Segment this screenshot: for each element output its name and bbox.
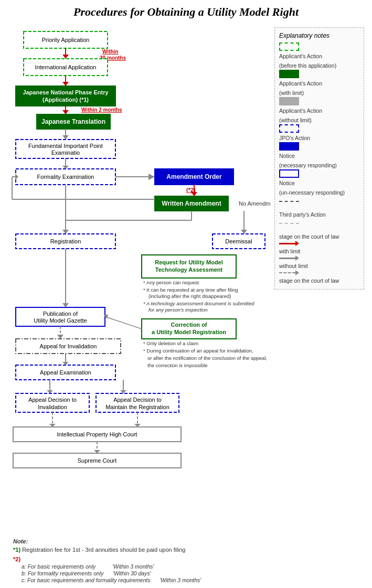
asterisk2-line-a: a: For basic requirements only 'Within 3… <box>22 563 364 570</box>
registration-label: Registration <box>50 238 81 244</box>
ip-high-court-label: Intellectual Property High Court <box>57 431 137 437</box>
legend-symbol-arrow-red <box>279 241 299 246</box>
svg-marker-35 <box>62 303 69 307</box>
legend-label-blue-outline: Notice(un-necessary responding) <box>279 180 345 196</box>
legend-label-dash-dot: Third party's Action <box>279 211 326 218</box>
svg-marker-30 <box>62 230 69 234</box>
legend-item-blue-outline: Notice(un-necessary responding) <box>279 169 359 197</box>
request-note5: for any person's inspection <box>148 307 208 313</box>
jp-phase-label: Japanese National Phase Entry <box>23 89 109 95</box>
svg-marker-5 <box>62 82 69 86</box>
bottom-notes: Note: *1) Registration fee for 1st - 3rd… <box>8 538 364 583</box>
legend-label-dashed-blue: JPO's Action <box>279 135 310 141</box>
legend-symbol-dashed-green <box>279 42 299 51</box>
correction-note1: * Only deletion of a claim <box>143 340 198 346</box>
correction-label2: a Utility Model Registration <box>152 329 226 335</box>
legend-symbol-solid-blue <box>279 142 299 151</box>
svg-marker-27 <box>241 230 247 234</box>
jp-translation-label: Japanese Translation <box>41 118 105 125</box>
asterisk2-marker: *2) <box>13 556 20 562</box>
legend-symbol-dash-light <box>279 223 299 231</box>
legend-label-arrow-gray: without limit <box>279 263 308 269</box>
legend-column: Explanatory notes Applicant's Action(bef… <box>270 26 364 530</box>
correction-label: Correction of <box>171 322 207 328</box>
legend-label-dashed-green: Applicant's Action(before this applicati… <box>279 53 336 69</box>
note-title: Note: <box>13 538 364 544</box>
flow-column: Priority Application Within 30 months In… <box>8 26 270 530</box>
appeal-decision-maintain-label2: Maintain the Registration <box>105 404 169 410</box>
legend-symbol-dashed-blue <box>279 124 299 133</box>
fundamental-label: Fundamental Important Point <box>28 143 103 149</box>
within-30-months-label: Within <box>102 49 118 55</box>
legend-item-arrow-gray: without limit <box>279 255 359 270</box>
amendment-order-label: Amendment Order <box>166 173 222 180</box>
legend-item-dashed-green: Applicant's Action(before this applicati… <box>279 42 359 70</box>
asterisk2-line-b: b: For formality requirements only 'With… <box>22 570 364 576</box>
correction-note4: the correction is impossible <box>147 362 208 368</box>
legend-label-arrow-red: with limit <box>279 248 300 254</box>
jp-phase-label2: (Application) (*1) <box>42 97 89 103</box>
svg-marker-11 <box>62 135 69 140</box>
appeal-decision-invalid-label2: Invalidation <box>38 404 67 410</box>
request-note4: * A technology assessment document is su… <box>143 301 254 306</box>
svg-marker-17 <box>148 174 155 180</box>
asterisk1-text: Registration fee for 1st - 3rd annuities… <box>22 547 185 553</box>
legend-item-dash-light: stage on the court of law <box>279 223 359 241</box>
legend-symbol-gray-fill <box>279 97 299 105</box>
flow-area: Priority Application Within 30 months In… <box>8 26 364 530</box>
legend-symbol-blue-outline <box>279 169 299 178</box>
within-2-months-label: Within 2 months <box>81 107 122 113</box>
svg-marker-38 <box>57 335 63 339</box>
fundamental-label2: Examinatio <box>51 149 80 156</box>
request-note1: * Any person can request <box>143 280 199 285</box>
svg-line-59 <box>105 317 142 329</box>
legend-label-gray-fill: Applicant's Action(without limit) <box>279 108 322 123</box>
appeal-decision-maintain-label: Appeal Decision to <box>113 397 162 403</box>
request-assessment-label2: Technology Assessment <box>155 266 223 273</box>
no-amendment-label: No Amendment <box>239 200 270 207</box>
legend-symbol-dash-dot <box>279 201 299 209</box>
legend-symbol-arrow-gray-dash <box>279 270 299 275</box>
correction-note2: * During continuation of an appeal for i… <box>143 348 253 354</box>
supreme-court-label: Supreme Court <box>78 457 117 464</box>
legend-item-dash-dot: Third party's Action <box>279 201 359 219</box>
page-title: Procedures for Obtaining a Utility Model… <box>8 5 364 19</box>
request-note2: * It can be requested at any time after … <box>143 287 238 293</box>
deemissal-label: Deemissal <box>225 238 252 244</box>
legend-item-dashed-blue: JPO's Action <box>279 124 359 142</box>
flow-diagram: Priority Application Within 30 months In… <box>8 26 270 530</box>
asterisk1-marker: *1) <box>13 547 20 553</box>
publication-label2: Utility Model Gazette <box>34 317 87 324</box>
appeal-invalid-label: Appeal for Invalidation <box>40 343 97 349</box>
svg-marker-8 <box>62 110 69 114</box>
legend-symbol-arrow-gray <box>279 255 299 261</box>
appeal-decision-invalid-label: Appeal Decision to <box>28 397 77 403</box>
intl-app-label: International Application <box>35 64 97 70</box>
svg-marker-20 <box>191 192 197 196</box>
priority-app-label: Priority Application <box>42 37 90 43</box>
publication-label: Publication of <box>43 311 78 317</box>
legend-label-arrow-gray-dash: stage on the court of law <box>279 277 339 284</box>
written-amendment-label: Written Amendment <box>162 200 221 207</box>
legend-label-solid-green: Applicant's Action(with limit) <box>279 80 322 96</box>
svg-marker-2 <box>62 55 69 59</box>
legend-item-arrow-gray-dash: stage on the court of law <box>279 270 359 285</box>
legend-item-arrow-red: with limit <box>279 241 359 255</box>
asterisk2-line-c: c: For basic requirements and formality … <box>22 577 364 583</box>
formality-label: Formality Examination <box>37 174 94 180</box>
request-assessment-label: Request for Utility Model <box>155 259 223 265</box>
legend-item-gray-fill: Applicant's Action(without limit) <box>279 97 359 124</box>
page: Procedures for Obtaining a Utility Model… <box>0 0 372 588</box>
legend-title: Explanatory notes <box>279 32 359 39</box>
legend-label-solid-blue: Notice(necessary responding) <box>279 153 337 168</box>
legend-symbol-solid-green <box>279 70 299 78</box>
correction-note3: or after the notification of the conclus… <box>147 355 267 361</box>
legend-label-dash-light: stage on the court of law <box>279 233 339 240</box>
appeal-exam-label: Appeal Examination <box>40 369 91 376</box>
legend-item-solid-blue: Notice(necessary responding) <box>279 142 359 169</box>
request-note3: (including after the right disappeared) <box>148 293 231 299</box>
legend-box: Explanatory notes Applicant's Action(bef… <box>274 27 364 290</box>
legend-item-solid-green: Applicant's Action(with limit) <box>279 70 359 97</box>
